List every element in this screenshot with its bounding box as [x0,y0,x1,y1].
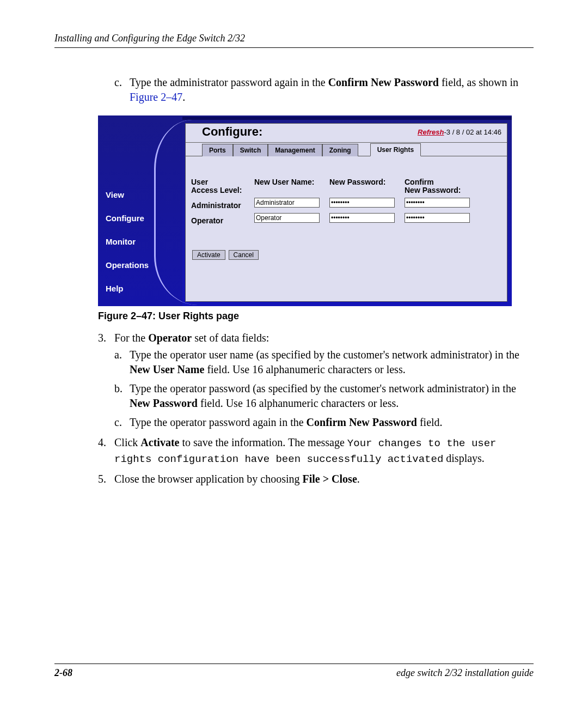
page-number: 2-68 [54,667,72,679]
new-user-name-operator[interactable] [254,213,320,223]
tab-zoning[interactable]: Zoning [322,144,358,156]
list-marker-3: 3. [98,331,114,345]
sublist-marker: c. [114,415,130,430]
step-3a-text: Type the operator user name (as specifie… [130,348,534,377]
sublist-marker: c. [114,75,130,105]
cancel-button[interactable]: Cancel [229,250,259,260]
sidebar-item-configure[interactable]: Configure [106,214,149,223]
new-password-admin[interactable] [329,198,395,208]
refresh-link[interactable]: Refresh-3 / 8 / 02 at 14:46 [418,128,501,136]
new-user-name-admin[interactable] [254,198,320,208]
new-password-operator[interactable] [329,213,395,223]
col-header-access-level: User Access Level: [191,178,250,198]
confirm-password-admin[interactable] [405,198,470,208]
footer-book-title: edge switch 2/32 installation guide [396,667,534,679]
tab-user-rights[interactable]: User Rights [370,143,421,156]
tab-ports[interactable]: Ports [202,144,233,156]
sublist-marker: b. [114,381,130,411]
step-3b-text: Type the operator password (as specified… [130,381,534,411]
sublist-marker: a. [114,348,130,377]
row-label-operator: Operator [191,213,250,228]
sidebar-item-view[interactable]: View [106,190,149,199]
sidebar-item-monitor[interactable]: Monitor [106,237,149,246]
col-header-new-user-name: New User Name: [254,178,325,198]
activate-button[interactable]: Activate [192,250,225,260]
step-4-text: Click Activate to save the information. … [114,435,534,466]
list-marker-5: 5. [98,472,114,486]
step-3-text: For the Operator set of data fields: [114,331,534,345]
figure-caption: Figure 2–47: User Rights page [98,311,534,322]
step-c-text: Type the administrator password again in… [130,75,534,105]
running-header: Installing and Configuring the Edge Swit… [54,33,534,48]
confirm-password-operator[interactable] [405,213,470,223]
row-label-admin: Administrator [191,198,250,213]
tab-switch[interactable]: Switch [233,144,268,156]
list-marker-4: 4. [98,435,114,466]
figure-ref-link[interactable]: Figure 2–47 [130,91,182,103]
page-title: Configure: [202,125,262,139]
col-header-confirm-password: Confirm New Password: [405,178,475,198]
col-header-new-password: New Password: [329,178,400,198]
screenshot-user-rights: View Configure Monitor Operations Help C… [98,115,512,306]
step-3c-text: Type the operator password again in the … [130,415,534,430]
tab-management[interactable]: Management [268,144,322,156]
sidebar-item-help[interactable]: Help [106,284,149,293]
step-5-text: Close the browser application by choosin… [114,472,534,486]
sidebar-item-operations[interactable]: Operations [106,260,149,270]
